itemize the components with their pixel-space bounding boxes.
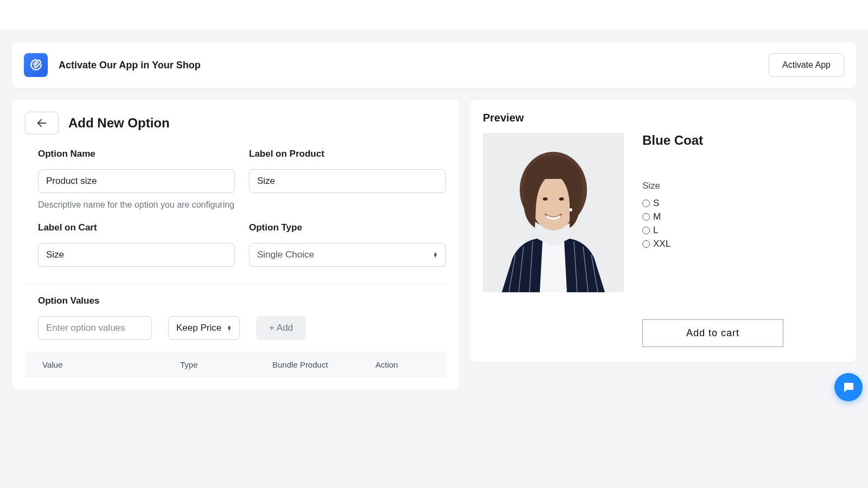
col-bundle: Bundle Product [272, 360, 375, 369]
option-type-group: Option Type Single Choice ▲▼ [249, 222, 446, 267]
label-on-cart-input[interactable] [38, 243, 235, 267]
option-value-input[interactable] [38, 316, 152, 340]
select-caret-icon: ▲▼ [227, 325, 232, 331]
chat-fab[interactable] [834, 373, 863, 401]
label-on-cart-group: Label on Cart [38, 222, 235, 267]
radio-icon [642, 227, 650, 234]
add-to-cart-button[interactable]: Add to cart [642, 319, 783, 347]
label-on-product-input[interactable] [249, 169, 446, 193]
size-option-s[interactable]: S [642, 198, 843, 209]
option-name-input[interactable] [38, 169, 235, 193]
option-values-title: Option Values [38, 296, 446, 306]
col-type: Type [180, 360, 272, 369]
option-type-select[interactable]: Single Choice ▲▼ [249, 243, 446, 267]
size-option-l[interactable]: L [642, 225, 843, 236]
option-name-group: Option Name Descriptive name for the opt… [38, 149, 235, 211]
option-form-card: Add New Option Option Name Descriptive n… [12, 100, 459, 389]
option-name-help: Descriptive name for the option you are … [38, 198, 235, 211]
arrow-left-icon [36, 117, 48, 129]
preview-card: Preview [470, 100, 856, 362]
col-value: Value [34, 360, 180, 369]
svg-point-6 [569, 208, 572, 211]
radio-icon [642, 240, 650, 248]
radio-icon [642, 200, 650, 207]
preview-option-list: S M L XXL [642, 198, 843, 249]
activate-app-button[interactable]: Activate App [769, 53, 844, 77]
size-label: S [653, 198, 659, 209]
option-values-table-header: Value Type Bundle Product Action [25, 352, 446, 377]
size-option-xxl[interactable]: XXL [642, 239, 843, 249]
label-on-cart-label: Label on Cart [38, 222, 235, 233]
activate-banner: Activate Our App in Your Shop Activate A… [12, 42, 856, 88]
size-label: L [653, 225, 658, 236]
app-logo-icon [24, 53, 48, 77]
size-label: XXL [653, 239, 671, 249]
option-type-label: Option Type [249, 222, 446, 233]
price-behavior-select[interactable]: Keep Price ▲▼ [168, 316, 240, 340]
radio-icon [642, 213, 650, 221]
product-image [483, 133, 624, 292]
svg-point-5 [559, 197, 564, 201]
option-type-value: Single Choice [257, 249, 314, 260]
svg-point-4 [543, 197, 548, 201]
option-name-label: Option Name [38, 149, 235, 159]
option-values-section: Option Values Keep Price ▲▼ + Add Value … [25, 284, 446, 377]
label-on-product-group: Label on Product [249, 149, 446, 211]
size-option-m[interactable]: M [642, 211, 843, 222]
chat-icon [842, 381, 855, 394]
banner-title: Activate Our App in Your Shop [59, 60, 769, 71]
add-option-value-button[interactable]: + Add [256, 316, 306, 340]
select-caret-icon: ▲▼ [433, 252, 438, 258]
top-spacer [0, 0, 868, 30]
size-label: M [653, 211, 661, 222]
label-on-product-label: Label on Product [249, 149, 446, 159]
back-button[interactable] [25, 112, 59, 134]
preview-title: Preview [483, 112, 843, 124]
price-behavior-value: Keep Price [176, 323, 221, 333]
page-title: Add New Option [68, 115, 170, 131]
preview-option-label: Size [642, 181, 843, 191]
product-name: Blue Coat [642, 133, 843, 148]
col-action: Action [375, 360, 430, 369]
